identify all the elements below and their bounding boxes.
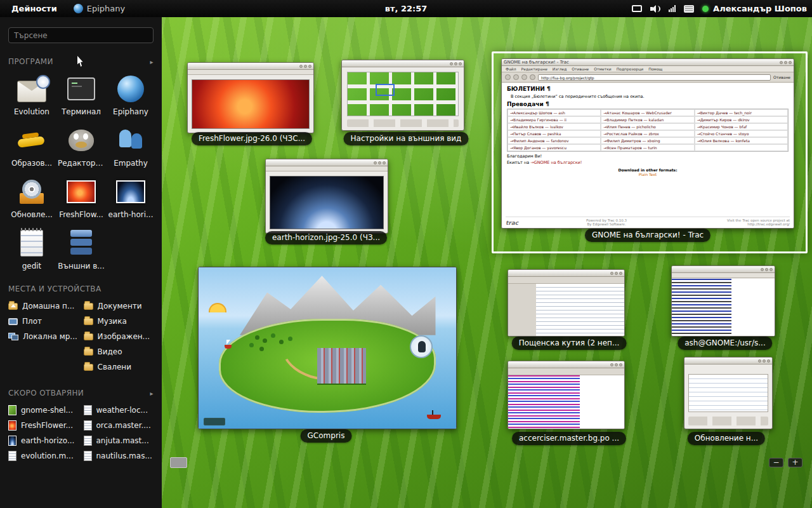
workspace-3[interactable]: GCompris [170, 257, 482, 453]
table-cell[interactable]: →Петър Славов — peshka [508, 130, 601, 137]
menu-edit[interactable]: Редактиране [521, 67, 547, 71]
table-cell[interactable]: →Димитър Киров — dkirov [695, 116, 788, 123]
table-cell[interactable]: →Владимира Гиргинова — ii [508, 116, 601, 123]
place-label: Изображен... [98, 332, 150, 341]
table-cell[interactable]: →Филип Андонов — fandonov [508, 137, 601, 144]
recent-expander-icon[interactable]: ▸ [150, 390, 154, 397]
volume-icon[interactable] [650, 5, 660, 13]
window-menubar [188, 70, 313, 75]
address-bar[interactable]: http://fsa-bg.org/project/gtp [538, 74, 771, 81]
add-workspace-button[interactable]: + [788, 458, 802, 467]
table-cell[interactable]: →Владимир Петков — kaladan [601, 116, 694, 123]
app-item-external-drives[interactable]: Външни в... [58, 227, 105, 271]
place-item-documents[interactable]: Документи [84, 298, 154, 314]
table-cell[interactable]: →Стойчо Станчев — stoyo [695, 130, 788, 137]
window-appearance-settings[interactable] [341, 60, 464, 131]
recent-item[interactable]: anjuta.mast... [84, 433, 154, 448]
table-cell[interactable]: →Илия Пенев — picholicho [601, 123, 694, 130]
place-item-local-network[interactable]: Локална мр... [8, 329, 79, 344]
activities-button[interactable]: Дейности [6, 2, 62, 15]
team-link[interactable]: →GNOME на български! [530, 160, 582, 165]
plain-text-link[interactable]: Plain Text [507, 172, 789, 177]
programs-expander-icon[interactable]: ▸ [150, 58, 154, 65]
window-evolution-mail[interactable] [508, 269, 625, 337]
menu-help[interactable]: Помощ [648, 67, 662, 71]
recent-item[interactable]: FreshFlower... [8, 418, 79, 433]
app-item-gcompris[interactable]: Образов... [8, 124, 55, 168]
menu-go[interactable]: Отиване [572, 67, 589, 71]
menu-view[interactable]: Изглед [553, 67, 567, 71]
back-icon[interactable] [505, 74, 511, 80]
workspace-1[interactable]: FreshFlower.jpg-26.0 (ЧЗС... Настройки н… [170, 55, 482, 251]
table-cell[interactable]: →Ивайло Вълков — ivalkov [508, 123, 601, 130]
window-gcompris[interactable] [198, 267, 457, 429]
search-input[interactable] [8, 27, 154, 43]
recent-label: evolution.m... [21, 451, 74, 460]
recent-item[interactable]: nautilus.mas... [84, 448, 154, 464]
recent-item[interactable]: orca.master.... [84, 418, 154, 433]
display-icon[interactable] [632, 5, 642, 12]
workspace-switcher-thumb[interactable] [170, 457, 187, 468]
table-cell[interactable]: →Филип Димитров — xboing [601, 137, 694, 144]
place-item-downloads[interactable]: Свалени [84, 359, 154, 375]
app-item-epiphany[interactable]: Epiphany [107, 72, 154, 116]
remove-workspace-button[interactable]: − [769, 458, 783, 467]
table-cell[interactable]: →Виктор Дачев — tech_noir [695, 109, 788, 116]
app-item-terminal[interactable]: Терминал [58, 72, 105, 116]
window-menubar [266, 166, 388, 171]
programs-title: ПРОГРАМИ [8, 57, 53, 66]
keyboard-indicator-icon[interactable] [684, 5, 694, 13]
app-menu[interactable]: Epiphany [74, 4, 125, 13]
clock[interactable]: вт, 22:57 [385, 4, 428, 13]
app-item-updates[interactable]: Обновле... [8, 175, 55, 219]
table-row: →Ивайло Вълков — ivalkov →Илия Пенев — p… [508, 123, 788, 130]
home-icon[interactable] [530, 74, 535, 80]
menu-bookmarks[interactable]: Отметки [594, 67, 611, 71]
forward-icon[interactable] [513, 74, 519, 80]
window-terminal[interactable] [671, 265, 775, 337]
workspace-4[interactable]: Пощенска кутия (2 неп... ash@GNOME:/usr/… [492, 257, 808, 453]
table-cell[interactable]: →Александър Шопов — ash [508, 109, 601, 116]
place-label: Видео [98, 347, 122, 356]
place-item-videos[interactable]: Видео [84, 344, 154, 359]
place-item-desktop[interactable]: Плот [8, 314, 79, 329]
app-item-freshflower[interactable]: FreshFlow... [58, 175, 105, 219]
app-item-empathy[interactable]: Empathy [107, 124, 154, 168]
table-cell[interactable]: →Ясен Праматаров — turin [601, 144, 694, 151]
app-item-evolution[interactable]: Evolution [8, 72, 55, 116]
table-cell[interactable]: →Явор Доганов — yavorescu [508, 144, 601, 151]
recent-item[interactable]: gnome-shel... [8, 403, 79, 418]
app-label: Epiphany [113, 107, 148, 116]
app-item-gimp[interactable]: Редактор ... [58, 124, 105, 168]
window-update-manager[interactable] [684, 357, 773, 429]
edgewall-text: By Edgewall Software. [587, 222, 625, 226]
window-freshflower-image[interactable] [187, 62, 314, 133]
place-item-music[interactable]: Музика [84, 314, 154, 329]
table-cell[interactable] [695, 144, 788, 151]
gnome-shell-overview: Дейности Epiphany вт, 22:57 Александър Ш… [0, 0, 812, 508]
recent-item[interactable]: evolution.m... [8, 448, 79, 464]
menu-tabs[interactable]: Подпрозорци [617, 67, 643, 71]
app-item-earth-horizon[interactable]: earth-hori... [107, 175, 154, 219]
workspaces-overview: FreshFlower.jpg-26.0 (ЧЗС... Настройки н… [162, 17, 812, 508]
window-earth-image[interactable] [265, 159, 388, 234]
place-item-pictures[interactable]: Изображен... [84, 329, 154, 344]
user-menu[interactable]: Александър Шопов [702, 4, 807, 13]
workspace-2-active[interactable]: GNOME на български! - Trac Файл Редактир… [492, 51, 808, 253]
window-po-editor[interactable] [508, 361, 625, 429]
recent-item[interactable]: weather-loc... [84, 403, 154, 418]
place-item-home[interactable]: Домашна п... [8, 298, 79, 314]
table-cell[interactable]: →Ростислав Райков — zbrox [601, 130, 694, 137]
menu-file[interactable]: Файл [506, 67, 516, 71]
recent-item[interactable]: earth-horizo... [8, 433, 79, 448]
mail-list [508, 284, 624, 336]
table-cell[interactable]: →Атанас Кошаров — WebCrusader [601, 109, 694, 116]
go-button[interactable]: Отиване [773, 75, 790, 79]
app-item-gedit[interactable]: gedit [8, 227, 55, 271]
network-signal-icon[interactable] [669, 5, 676, 12]
place-label: Плот [22, 317, 42, 326]
table-cell[interactable]: →Красимир Чонов — bfaf [695, 123, 788, 130]
table-cell[interactable]: →Юлия Велкова — konfeta [695, 137, 788, 144]
window-epiphany-trac[interactable]: GNOME на български! - Trac Файл Редактир… [501, 58, 794, 229]
reload-icon[interactable] [521, 74, 527, 80]
